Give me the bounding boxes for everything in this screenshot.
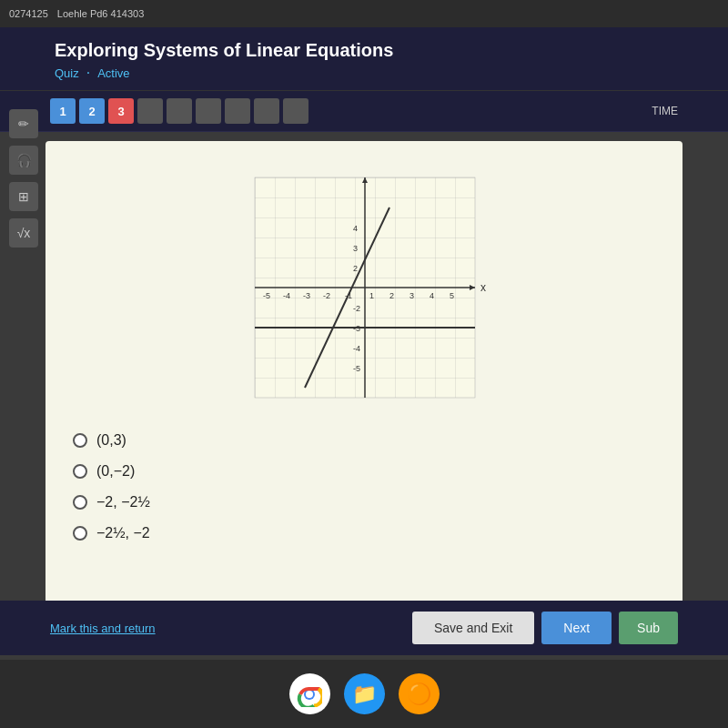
- headphone-icon[interactable]: 🎧: [9, 146, 38, 175]
- question-btn-2[interactable]: 2: [79, 98, 105, 124]
- action-buttons: Save and Exit Next Sub: [412, 612, 678, 644]
- radio-opt1[interactable]: [73, 433, 87, 448]
- question-btn-4[interactable]: [137, 98, 163, 124]
- files-icon[interactable]: 📁: [344, 673, 385, 714]
- option-4[interactable]: −2½, −2: [73, 525, 655, 541]
- next-button[interactable]: Next: [541, 612, 612, 644]
- svg-text:1: 1: [369, 291, 374, 300]
- svg-text:-3: -3: [303, 291, 310, 300]
- svg-text:2: 2: [353, 264, 358, 273]
- svg-text:-5: -5: [353, 364, 360, 373]
- top-bar: 0274125 Loehle Pd6 414303: [0, 0, 728, 27]
- option-3[interactable]: −2, −2½: [73, 494, 655, 511]
- chrome-icon[interactable]: [289, 673, 330, 714]
- action-bar: Mark this and return Save and Exit Next …: [0, 601, 728, 655]
- svg-text:2: 2: [389, 291, 394, 300]
- svg-text:3: 3: [353, 244, 358, 253]
- svg-text:-5: -5: [263, 291, 270, 300]
- question-btn-3[interactable]: 3: [108, 98, 134, 124]
- svg-text:-4: -4: [283, 291, 290, 300]
- svg-text:-4: -4: [353, 344, 360, 353]
- svg-text:-2: -2: [323, 291, 330, 300]
- option-3-text: −2, −2½: [96, 494, 150, 511]
- question-btn-10[interactable]: [283, 98, 308, 124]
- orange-icon[interactable]: 🟠: [399, 673, 440, 714]
- submit-button[interactable]: Sub: [619, 612, 678, 644]
- question-card: x -5 -4 -3 -2 -1 1 2 3 4 5 2 3 4 -2 -3 -…: [46, 141, 682, 651]
- x-axis-label: x: [480, 281, 486, 294]
- radio-opt2[interactable]: [73, 464, 87, 479]
- question-btn-6[interactable]: [196, 98, 221, 124]
- quiz-title: Exploring Systems of Linear Equations: [55, 40, 673, 61]
- svg-text:5: 5: [450, 291, 454, 300]
- student-id: 0274125: [9, 8, 48, 19]
- quiz-label: Quiz: [55, 66, 79, 80]
- timer-label: TIME: [652, 105, 678, 117]
- option-2[interactable]: (0,−2): [73, 463, 655, 480]
- question-btn-7[interactable]: [225, 98, 250, 124]
- option-1[interactable]: (0,3): [73, 432, 655, 449]
- sqrt-icon[interactable]: √x: [9, 218, 38, 248]
- svg-point-24: [306, 691, 313, 698]
- calculator-icon[interactable]: ⊞: [9, 182, 38, 211]
- svg-text:4: 4: [430, 291, 434, 300]
- save-exit-button[interactable]: Save and Exit: [412, 612, 534, 644]
- option-4-text: −2½, −2: [96, 525, 150, 541]
- left-sidebar: ✏ 🎧 ⊞ √x: [9, 109, 38, 248]
- svg-text:4: 4: [353, 224, 358, 233]
- quiz-meta: Quiz · Active: [55, 65, 673, 81]
- question-btn-8[interactable]: [254, 98, 279, 124]
- quiz-header: Exploring Systems of Linear Equations Qu…: [0, 27, 728, 91]
- graph-container: x -5 -4 -3 -2 -1 1 2 3 4 5 2 3 4 -2 -3 -…: [64, 159, 664, 414]
- question-btn-5[interactable]: [167, 98, 192, 124]
- coordinate-graph: x -5 -4 -3 -2 -1 1 2 3 4 5 2 3 4 -2 -3 -…: [237, 159, 491, 414]
- radio-opt4[interactable]: [73, 526, 87, 541]
- navigation-row: 1 2 3 TIME: [0, 91, 728, 132]
- pencil-icon[interactable]: ✏: [9, 109, 38, 138]
- question-numbers: 1 2 3: [50, 98, 308, 124]
- svg-text:3: 3: [410, 291, 414, 300]
- student-name: Loehle Pd6 414303: [57, 8, 144, 19]
- radio-opt3[interactable]: [73, 495, 87, 510]
- quiz-status: Active: [97, 66, 129, 80]
- mark-return-link[interactable]: Mark this and return: [50, 622, 156, 635]
- svg-text:-2: -2: [353, 304, 360, 313]
- option-2-text: (0,−2): [96, 463, 135, 480]
- taskbar: 📁 🟠: [0, 660, 728, 728]
- options-list: (0,3) (0,−2) −2, −2½ −2½, −2: [73, 432, 655, 541]
- question-btn-1[interactable]: 1: [50, 98, 76, 124]
- option-1-text: (0,3): [96, 432, 126, 449]
